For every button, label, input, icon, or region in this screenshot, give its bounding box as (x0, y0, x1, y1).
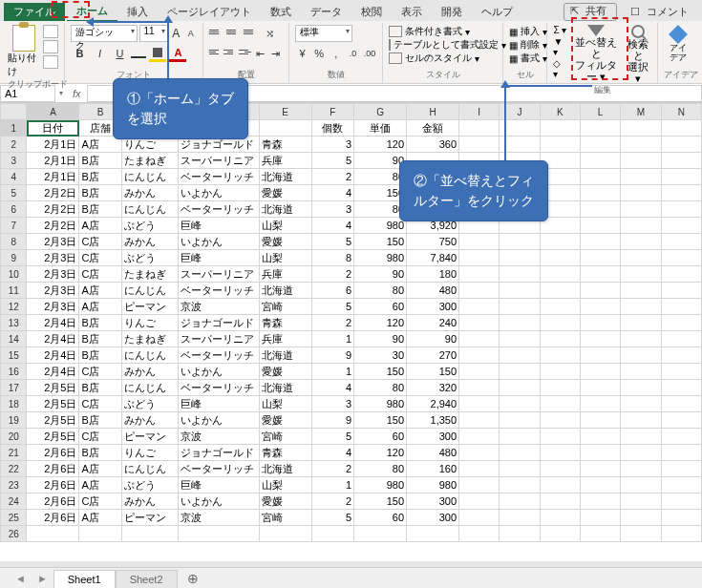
cell[interactable]: 150 (354, 494, 407, 510)
cell[interactable]: A店 (79, 461, 121, 477)
cell[interactable]: 300 (407, 510, 459, 526)
cell[interactable] (459, 412, 500, 429)
row-header[interactable]: 4 (1, 169, 27, 185)
cell[interactable]: ジョナゴールド (179, 315, 260, 331)
cell[interactable]: 5 (311, 299, 353, 315)
cell[interactable]: りんご (121, 445, 178, 461)
cell[interactable] (661, 477, 701, 494)
cell[interactable] (500, 526, 540, 542)
tab-data[interactable]: データ (301, 3, 351, 21)
cell[interactable]: スーパーリニア (179, 266, 260, 283)
cell[interactable]: A店 (79, 510, 121, 526)
cell[interactable]: 3 (311, 201, 353, 218)
indent-increase-button[interactable]: ⇥ (268, 45, 283, 62)
cell[interactable] (621, 429, 661, 445)
col-header-M[interactable]: M (621, 104, 661, 120)
cell[interactable]: 2月5日 (27, 396, 79, 412)
cell[interactable]: にんじん (121, 461, 178, 477)
cell[interactable]: 巨峰 (179, 396, 260, 412)
cut-button[interactable] (43, 25, 58, 38)
cell[interactable]: B店 (79, 315, 121, 331)
align-bottom-button[interactable] (244, 25, 259, 38)
cell[interactable] (540, 526, 580, 542)
tab-insert[interactable]: 挿入 (117, 3, 158, 21)
cell[interactable] (621, 201, 661, 218)
cell[interactable] (621, 185, 661, 201)
cell[interactable] (459, 445, 500, 461)
cell[interactable] (580, 477, 620, 494)
cell[interactable] (621, 347, 661, 364)
align-middle-button[interactable] (226, 25, 242, 38)
cell[interactable]: C店 (79, 494, 121, 510)
cell[interactable]: 300 (407, 494, 459, 510)
cell[interactable]: 2月3日 (27, 250, 79, 266)
cell[interactable]: 980 (354, 250, 407, 266)
cell[interactable]: B店 (79, 153, 121, 169)
cell[interactable] (459, 234, 500, 250)
cell[interactable] (580, 185, 620, 201)
cell[interactable]: 90 (354, 266, 407, 283)
cell[interactable]: 240 (407, 315, 459, 331)
cell[interactable] (621, 461, 661, 477)
cell[interactable]: 150 (354, 412, 407, 429)
cell[interactable] (661, 494, 701, 510)
cell[interactable]: C店 (79, 250, 121, 266)
cell[interactable]: 兵庫 (259, 153, 311, 169)
cell[interactable]: 1 (311, 364, 353, 380)
row-header[interactable]: 21 (1, 445, 27, 461)
col-header-I[interactable]: I (459, 104, 500, 120)
cell[interactable]: B店 (79, 445, 121, 461)
cell[interactable] (540, 266, 580, 283)
tab-view[interactable]: 表示 (392, 3, 432, 21)
cell[interactable]: 60 (354, 510, 407, 526)
cell[interactable] (621, 412, 661, 429)
cell[interactable]: いよかん (179, 494, 260, 510)
select-all-corner[interactable] (1, 104, 27, 120)
conditional-format-button[interactable]: 条件付き書式 ▾ (389, 25, 497, 38)
cell[interactable]: 1 (311, 331, 353, 347)
cell[interactable]: C店 (79, 364, 121, 380)
cell[interactable]: 150 (407, 364, 459, 380)
align-right-button[interactable] (239, 45, 251, 58)
cell[interactable]: ピーマン (121, 510, 178, 526)
cell[interactable]: みかん (121, 364, 178, 380)
cell[interactable] (500, 315, 540, 331)
tab-page-layout[interactable]: ページレイアウト (158, 3, 261, 21)
cell[interactable] (661, 201, 701, 218)
cell[interactable] (540, 510, 580, 526)
cell[interactable] (661, 331, 701, 347)
cell[interactable]: たまねぎ (121, 266, 178, 283)
clear-button[interactable]: ◇ ▾ (553, 58, 567, 79)
cell[interactable]: ピーマン (121, 299, 178, 315)
cell[interactable] (661, 234, 701, 250)
col-header-K[interactable]: K (540, 104, 580, 120)
cell[interactable]: B店 (79, 331, 121, 347)
cell[interactable] (580, 299, 620, 315)
cell[interactable]: 2月3日 (27, 266, 79, 283)
cell[interactable] (79, 526, 121, 542)
cell[interactable]: 青森 (259, 445, 311, 461)
decrease-font-button[interactable]: A (184, 25, 197, 42)
row-header[interactable]: 7 (1, 218, 27, 234)
cell[interactable] (500, 445, 540, 461)
cell[interactable] (580, 494, 620, 510)
cell[interactable]: ベーターリッチ (179, 380, 260, 396)
cell[interactable]: 兵庫 (259, 266, 311, 283)
cell[interactable]: 2月5日 (27, 412, 79, 429)
cell[interactable]: にんじん (121, 347, 178, 364)
cell[interactable] (580, 461, 620, 477)
cell[interactable]: 2,940 (407, 396, 459, 412)
cell[interactable] (580, 120, 620, 136)
paste-button[interactable]: 貼り付け (8, 25, 39, 78)
cell[interactable]: 360 (407, 136, 459, 153)
cell[interactable] (621, 169, 661, 185)
cell[interactable] (540, 429, 580, 445)
number-format-dropdown[interactable]: 標準 (295, 25, 352, 42)
decrease-decimal-button[interactable]: .00 (363, 45, 377, 62)
cell[interactable]: にんじん (121, 380, 178, 396)
cell[interactable] (121, 526, 178, 542)
cell[interactable] (459, 266, 500, 283)
cell[interactable]: 2月4日 (27, 315, 79, 331)
cell[interactable] (500, 331, 540, 347)
cell[interactable]: C店 (79, 266, 121, 283)
